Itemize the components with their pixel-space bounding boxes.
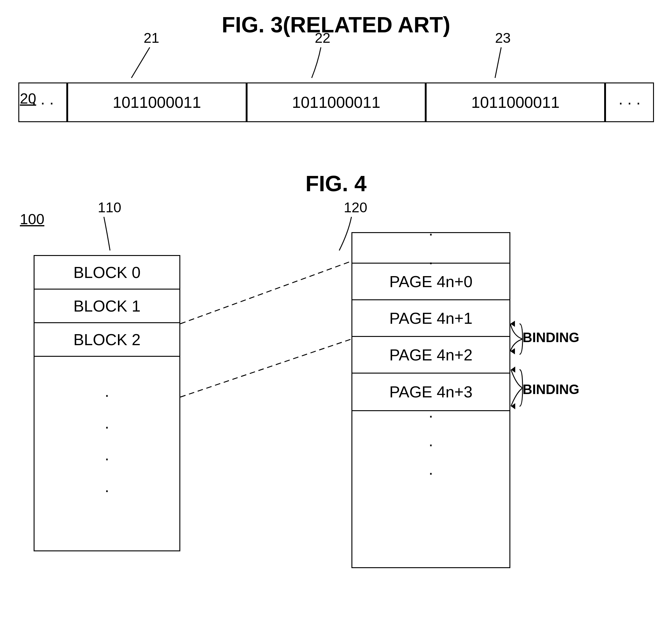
fig3-cell-data2: 1011000011 (247, 82, 426, 122)
fig3-cell-dots-left: · · · (18, 82, 67, 122)
fig4-ref120-svg: 120 (351, 217, 352, 217)
svg-text:120: 120 (344, 200, 367, 215)
binding-label-1: BINDING (522, 330, 579, 345)
page-dots-bottom: · · · (352, 410, 509, 478)
svg-text:22: 22 (315, 30, 330, 46)
fig3-cell-dots-right: · · · (605, 82, 654, 122)
fig3-ref22-svg: 22 (321, 47, 321, 48)
svg-line-5 (180, 261, 351, 324)
fig3-bar: · · · 1011000011 1011000011 1011000011 ·… (18, 82, 654, 122)
block-110: BLOCK 0 BLOCK 1 BLOCK 2 · · · · (34, 255, 180, 551)
page-row-2: PAGE 4n+2 (352, 337, 509, 374)
block-row-2: BLOCK 2 (34, 323, 179, 357)
fig4-label-100: 100 (20, 211, 44, 228)
svg-marker-9 (511, 367, 515, 373)
svg-marker-7 (510, 321, 515, 327)
svg-text:110: 110 (98, 200, 121, 215)
svg-line-6 (180, 339, 351, 397)
fig4-ref110-svg: 110 (104, 217, 104, 217)
svg-text:23: 23 (495, 30, 511, 46)
svg-text:21: 21 (143, 30, 159, 46)
fig3-ref21-svg: 21 (150, 47, 150, 48)
fig3-title: FIG. 3(RELATED ART) (222, 12, 450, 37)
page-dots-top: · · (352, 233, 509, 264)
fig3-cell-data3: 1011000011 (426, 82, 605, 122)
fig4-title: FIG. 4 (305, 171, 366, 196)
svg-marker-10 (511, 403, 515, 409)
block-120: · · PAGE 4n+0 PAGE 4n+1 PAGE 4n+2 PAGE 4… (351, 232, 510, 568)
fig3-cell-data1: 1011000011 (67, 82, 247, 122)
page-container: FIG. 3(RELATED ART) 20 21 22 23 · · · 10… (0, 0, 672, 639)
binding-label-2: BINDING (522, 382, 579, 397)
block-row-0: BLOCK 0 (34, 256, 179, 290)
block-row-1: BLOCK 1 (34, 290, 179, 323)
fig3-ref23-svg: 23 (501, 47, 502, 48)
page-row-1: PAGE 4n+1 (352, 300, 509, 337)
svg-marker-8 (510, 348, 515, 354)
block-dots: · · · · (34, 357, 179, 528)
